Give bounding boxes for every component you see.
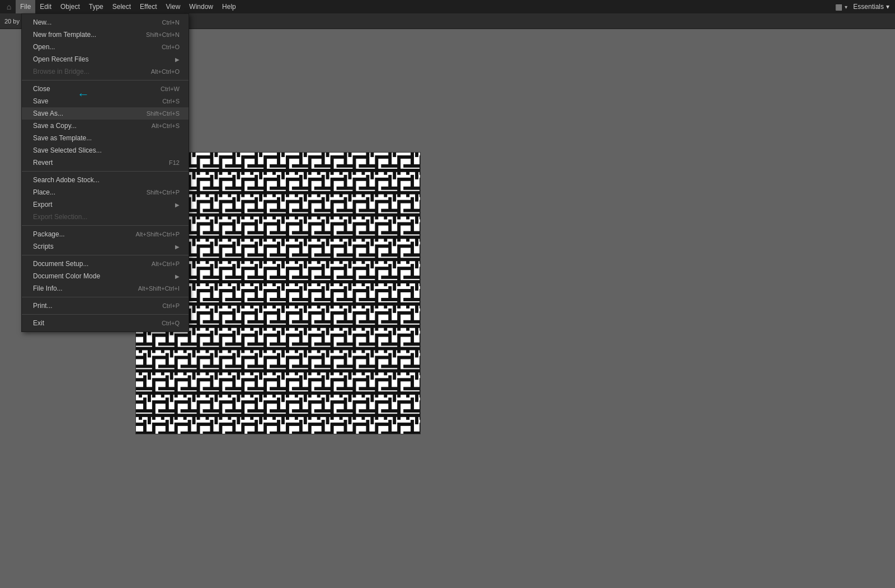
file-dropdown-menu: New... Ctrl+N New from Template... Shift…	[21, 13, 189, 332]
menu-item-label-5: Close	[33, 85, 149, 93]
menu-item-0[interactable]: New... Ctrl+N	[22, 16, 189, 29]
menu-item-label-1: New from Template...	[33, 31, 135, 39]
grid-dropdown-icon[interactable]: ▾	[845, 4, 847, 10]
menu-item-label-12: Search Adobe Stock...	[33, 176, 168, 184]
menu-item-shortcut-5: Ctrl+W	[161, 86, 180, 92]
workspace-button[interactable]: Essentials ▾	[850, 1, 893, 12]
menu-item-16[interactable]: Package... Alt+Shift+Ctrl+P	[22, 228, 189, 240]
menu-help[interactable]: Help	[218, 0, 241, 13]
menu-bar-right: ▦ ▾ Essentials ▾	[835, 1, 893, 12]
menu-item-shortcut-22: Ctrl+Q	[162, 320, 180, 326]
menu-item-label-16: Package...	[33, 230, 124, 238]
menu-separator-11	[22, 171, 189, 172]
menu-item-label-6: Save	[33, 97, 151, 105]
menu-bar-items: File Edit Object Type Select Effect View…	[16, 0, 241, 13]
menu-item-15: Export Selection...	[22, 211, 189, 223]
menu-item-10[interactable]: Save Selected Slices...	[22, 144, 189, 157]
menu-item-22[interactable]: Exit Ctrl+Q	[22, 317, 189, 329]
menu-item-4: Browse in Bridge... Alt+Ctrl+O	[22, 65, 189, 78]
menu-item-label-15: Export Selection...	[33, 213, 168, 221]
menu-item-label-14: Export	[33, 201, 159, 208]
menu-bar: ⌂ File Edit Object Type Select Effect Vi…	[0, 0, 895, 13]
menu-item-13[interactable]: Place... Shift+Ctrl+P	[22, 186, 189, 198]
menu-item-17[interactable]: Scripts ▶	[22, 240, 189, 253]
menu-item-9[interactable]: Save as Template...	[22, 132, 189, 144]
menu-item-3[interactable]: Open Recent Files ▶	[22, 53, 189, 65]
menu-item-arrow-3: ▶	[175, 56, 180, 63]
menu-item-7[interactable]: Save As... Shift+Ctrl+S	[22, 107, 189, 120]
menu-item-arrow-14: ▶	[175, 202, 180, 208]
menu-window[interactable]: Window	[185, 0, 218, 13]
menu-item-label-9: Save as Template...	[33, 134, 168, 142]
menu-item-shortcut-7: Shift+Ctrl+S	[147, 110, 180, 117]
menu-type[interactable]: Type	[84, 0, 108, 13]
menu-item-shortcut-16: Alt+Shift+Ctrl+P	[135, 231, 180, 238]
menu-item-label-13: Place...	[33, 188, 135, 196]
menu-item-shortcut-2: Ctrl+O	[162, 44, 180, 50]
menu-select[interactable]: Select	[108, 0, 135, 13]
menu-file[interactable]: File	[16, 0, 35, 13]
menu-effect[interactable]: Effect	[135, 0, 161, 13]
menu-item-shortcut-1: Shift+Ctrl+N	[146, 31, 180, 38]
menu-item-shortcut-8: Alt+Ctrl+S	[152, 122, 180, 129]
menu-item-11[interactable]: Revert F12	[22, 157, 189, 169]
menu-item-21[interactable]: Print... Ctrl+P	[22, 300, 189, 312]
menu-item-label-20: File Info...	[33, 284, 127, 292]
menu-item-label-11: Revert	[33, 159, 158, 167]
menu-item-shortcut-21: Ctrl+P	[162, 302, 180, 309]
home-icon[interactable]: ⌂	[2, 0, 16, 13]
menu-item-1[interactable]: New from Template... Shift+Ctrl+N	[22, 29, 189, 41]
options-text: 20 by	[4, 18, 20, 25]
menu-item-arrow-17: ▶	[175, 244, 180, 250]
menu-item-shortcut-11: F12	[169, 159, 180, 166]
menu-item-20[interactable]: File Info... Alt+Shift+Ctrl+I	[22, 282, 189, 295]
menu-item-shortcut-13: Shift+Ctrl+P	[147, 189, 180, 196]
menu-item-18[interactable]: Document Setup... Alt+Ctrl+P	[22, 258, 189, 270]
menu-item-14[interactable]: Export ▶	[22, 198, 189, 211]
workspace-dropdown-icon: ▾	[886, 3, 889, 11]
menu-separator-20	[22, 297, 189, 297]
menu-separator-21	[22, 314, 189, 315]
menu-item-label-19: Document Color Mode	[33, 272, 159, 280]
grid-view-icon[interactable]: ▦	[835, 2, 842, 11]
menu-item-label-7: Save As...	[33, 110, 135, 117]
menu-item-label-10: Save Selected Slices...	[33, 146, 168, 154]
menu-item-shortcut-18: Alt+Ctrl+P	[152, 260, 180, 267]
menu-item-label-8: Save a Copy...	[33, 122, 140, 130]
menu-item-label-18: Document Setup...	[33, 260, 140, 268]
menu-item-arrow-19: ▶	[175, 273, 180, 279]
menu-separator-17	[22, 255, 189, 255]
menu-item-6[interactable]: Save Ctrl+S	[22, 95, 189, 107]
menu-item-label-3: Open Recent Files	[33, 55, 159, 63]
menu-separator-4	[22, 80, 189, 80]
menu-item-shortcut-4: Alt+Ctrl+O	[151, 68, 180, 75]
menu-item-label-22: Exit	[33, 319, 150, 327]
menu-edit[interactable]: Edit	[35, 0, 56, 13]
menu-object[interactable]: Object	[56, 0, 84, 13]
menu-item-label-2: Open...	[33, 43, 150, 51]
menu-item-label-0: New...	[33, 18, 151, 26]
menu-item-2[interactable]: Open... Ctrl+O	[22, 41, 189, 53]
menu-item-shortcut-6: Ctrl+S	[162, 98, 180, 105]
menu-view[interactable]: View	[162, 0, 185, 13]
menu-item-label-4: Browse in Bridge...	[33, 68, 140, 75]
menu-item-label-21: Print...	[33, 302, 151, 310]
menu-item-shortcut-0: Ctrl+N	[162, 19, 180, 26]
menu-item-label-17: Scripts	[33, 243, 159, 250]
workspace-label: Essentials	[853, 3, 884, 11]
menu-item-shortcut-20: Alt+Shift+Ctrl+I	[138, 285, 180, 292]
menu-item-5[interactable]: Close Ctrl+W	[22, 83, 189, 95]
menu-separator-15	[22, 225, 189, 226]
menu-item-12[interactable]: Search Adobe Stock...	[22, 174, 189, 186]
menu-item-19[interactable]: Document Color Mode ▶	[22, 270, 189, 282]
menu-item-8[interactable]: Save a Copy... Alt+Ctrl+S	[22, 120, 189, 132]
